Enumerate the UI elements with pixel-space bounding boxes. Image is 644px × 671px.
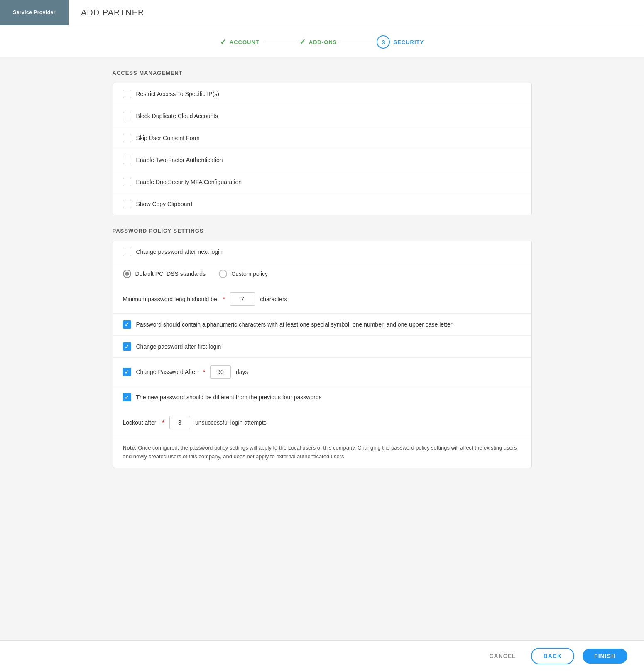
different-from-previous-label: The new password should be different fro…	[136, 394, 322, 401]
radio-group-policy: Default PCI DSS standards Custom policy	[113, 263, 531, 285]
list-item: Change password after next login	[113, 241, 531, 263]
restrict-ip-checkbox[interactable]	[123, 90, 131, 98]
password-policy-card: Change password after next login Default…	[113, 241, 532, 468]
different-from-previous-checkbox[interactable]	[123, 393, 131, 401]
change-after-label: Change Password After	[136, 369, 197, 375]
alphanumeric-checkbox[interactable]	[123, 320, 131, 329]
step-security-circle: 3	[377, 35, 390, 49]
list-item: Block Duplicate Cloud Accounts	[113, 105, 531, 127]
step-connector-1	[263, 42, 296, 42]
lockout-required: *	[162, 419, 164, 426]
brand-label: Service Provider	[13, 10, 56, 15]
password-policy-title: PASSWORD POLICY SETTINGS	[113, 228, 532, 234]
page-title: ADD PARTNER	[69, 8, 144, 17]
skip-consent-checkbox[interactable]	[123, 134, 131, 142]
step-account-label: ACCOUNT	[230, 39, 260, 45]
show-copy-label: Show Copy Clipboard	[136, 201, 192, 207]
list-item: Enable Duo Security MFA Configuaration	[113, 171, 531, 193]
note-row: Note: Once configured, the password poli…	[113, 437, 531, 468]
list-item: Skip User Consent Form	[113, 127, 531, 149]
radio-pci-dss[interactable]: Default PCI DSS standards	[123, 270, 206, 278]
duo-security-checkbox[interactable]	[123, 178, 131, 186]
change-after-required: *	[203, 369, 205, 375]
min-length-prefix: Minimum password length should be	[123, 296, 217, 302]
change-after-row: Change Password After * days	[113, 358, 531, 386]
radio-pci-dss-button[interactable]	[123, 270, 131, 278]
brand-logo: Service Provider	[0, 0, 69, 25]
lockout-prefix: Lockout after	[123, 419, 157, 426]
change-after-input[interactable]	[210, 365, 231, 379]
min-length-row: Minimum password length should be * char…	[113, 285, 531, 314]
lockout-row: Lockout after * unsuccessful login attem…	[113, 408, 531, 437]
list-item: Enable Two-Factor Authentication	[113, 149, 531, 171]
skip-consent-label: Skip User Consent Form	[136, 135, 200, 141]
block-duplicate-label: Block Duplicate Cloud Accounts	[136, 113, 218, 119]
note-text: Once configured, the password policy set…	[123, 445, 517, 460]
list-item: Show Copy Clipboard	[113, 193, 531, 215]
step-security-number: 3	[382, 39, 385, 46]
alphanumeric-label: Password should contain alphanumeric cha…	[136, 321, 453, 328]
step-addons: ✓ ADD-ONS	[299, 37, 337, 47]
note-bold: Note:	[123, 445, 137, 451]
radio-custom-button[interactable]	[219, 270, 227, 278]
back-button[interactable]: BACK	[531, 648, 574, 664]
two-factor-checkbox[interactable]	[123, 156, 131, 164]
min-length-input[interactable]	[230, 292, 255, 306]
change-after-first-label: Change password after first login	[136, 343, 221, 350]
lockout-suffix: unsuccessful login attempts	[195, 419, 267, 426]
lockout-input[interactable]	[169, 416, 190, 429]
step-connector-2	[340, 42, 373, 42]
cancel-button[interactable]: CANCEL	[482, 649, 522, 663]
change-after-suffix: days	[236, 369, 248, 375]
access-management-title: ACCESS MANAGEMENT	[113, 70, 532, 76]
radio-custom[interactable]: Custom policy	[219, 270, 268, 278]
change-after-next-login-checkbox[interactable]	[123, 248, 131, 256]
list-item: Restrict Access To Specific IP(s)	[113, 83, 531, 105]
change-after-checkbox[interactable]	[123, 368, 131, 376]
stepper: ✓ ACCOUNT ✓ ADD-ONS 3 SECURITY	[0, 25, 644, 57]
main-content: ACCESS MANAGEMENT Restrict Access To Spe…	[104, 57, 540, 531]
show-copy-checkbox[interactable]	[123, 200, 131, 208]
min-length-required: *	[223, 296, 225, 302]
step-addons-check: ✓	[299, 37, 306, 47]
list-item: Change password after first login	[113, 336, 531, 358]
access-management-card: Restrict Access To Specific IP(s) Block …	[113, 83, 532, 215]
list-item: Password should contain alphanumeric cha…	[113, 314, 531, 336]
step-account-check: ✓	[220, 37, 226, 47]
restrict-ip-label: Restrict Access To Specific IP(s)	[136, 91, 219, 97]
footer: CANCEL BACK FINISH	[0, 640, 644, 671]
min-length-suffix: characters	[260, 296, 287, 302]
step-account: ✓ ACCOUNT	[220, 37, 260, 47]
change-after-first-checkbox[interactable]	[123, 342, 131, 351]
step-addons-label: ADD-ONS	[309, 39, 337, 45]
list-item: The new password should be different fro…	[113, 386, 531, 408]
change-after-next-login-label: Change password after next login	[136, 248, 223, 255]
two-factor-label: Enable Two-Factor Authentication	[136, 157, 223, 163]
header: Service Provider ADD PARTNER	[0, 0, 644, 25]
finish-button[interactable]: FINISH	[583, 649, 627, 664]
step-security-label: SECURITY	[393, 39, 424, 45]
radio-custom-label: Custom policy	[231, 270, 268, 277]
step-security: 3 SECURITY	[377, 35, 424, 49]
radio-pci-dss-label: Default PCI DSS standards	[135, 270, 206, 277]
block-duplicate-checkbox[interactable]	[123, 112, 131, 120]
duo-security-label: Enable Duo Security MFA Configuaration	[136, 179, 242, 185]
